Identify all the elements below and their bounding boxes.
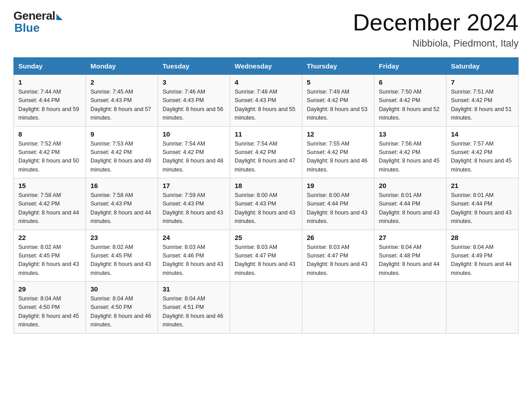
calendar-cell: 1Sunrise: 7:44 AMSunset: 4:44 PMDaylight… — [14, 75, 86, 127]
day-number: 23 — [90, 234, 153, 241]
day-info: Sunrise: 8:01 AMSunset: 4:44 PMDaylight:… — [379, 191, 442, 226]
header-wednesday: Wednesday — [230, 58, 302, 75]
day-number: 14 — [451, 130, 514, 138]
calendar-cell: 31Sunrise: 8:04 AMSunset: 4:51 PMDayligh… — [158, 282, 230, 334]
day-info: Sunrise: 8:03 AMSunset: 4:46 PMDaylight:… — [163, 243, 225, 278]
calendar-cell: 12Sunrise: 7:55 AMSunset: 4:42 PMDayligh… — [302, 126, 374, 178]
calendar-cell: 16Sunrise: 7:58 AMSunset: 4:43 PMDayligh… — [86, 178, 158, 230]
calendar-cell: 9Sunrise: 7:53 AMSunset: 4:42 PMDaylight… — [86, 126, 158, 178]
day-info: Sunrise: 8:04 AMSunset: 4:50 PMDaylight:… — [18, 295, 81, 330]
calendar-cell — [446, 282, 519, 334]
day-info: Sunrise: 7:51 AMSunset: 4:42 PMDaylight:… — [451, 88, 514, 123]
title-block: December 2024 Nibbiola, Piedmont, Italy — [353, 9, 519, 49]
calendar-cell: 24Sunrise: 8:03 AMSunset: 4:46 PMDayligh… — [158, 230, 230, 282]
calendar-cell: 28Sunrise: 8:04 AMSunset: 4:49 PMDayligh… — [446, 230, 519, 282]
day-info: Sunrise: 8:03 AMSunset: 4:47 PMDaylight:… — [235, 243, 297, 278]
calendar-cell: 21Sunrise: 8:01 AMSunset: 4:44 PMDayligh… — [446, 178, 519, 230]
day-info: Sunrise: 8:00 AMSunset: 4:43 PMDaylight:… — [235, 191, 297, 226]
day-number: 30 — [90, 285, 153, 293]
calendar-body: 1Sunrise: 7:44 AMSunset: 4:44 PMDaylight… — [14, 75, 519, 334]
calendar-table: SundayMondayTuesdayWednesdayThursdayFrid… — [13, 57, 519, 334]
calendar-cell: 23Sunrise: 8:02 AMSunset: 4:45 PMDayligh… — [86, 230, 158, 282]
day-number: 6 — [379, 78, 442, 86]
day-number: 22 — [18, 234, 81, 241]
day-number: 4 — [235, 78, 297, 86]
header-tuesday: Tuesday — [158, 58, 230, 75]
logo-blue-text: Blue — [14, 21, 39, 35]
page-location: Nibbiola, Piedmont, Italy — [353, 38, 519, 49]
day-number: 26 — [307, 234, 369, 241]
calendar-cell: 2Sunrise: 7:45 AMSunset: 4:43 PMDaylight… — [86, 75, 158, 127]
day-number: 13 — [379, 130, 442, 138]
day-number: 1 — [18, 78, 81, 86]
calendar-header: SundayMondayTuesdayWednesdayThursdayFrid… — [14, 58, 519, 75]
week-row-1: 1Sunrise: 7:44 AMSunset: 4:44 PMDaylight… — [14, 75, 519, 127]
header-row: SundayMondayTuesdayWednesdayThursdayFrid… — [14, 58, 519, 75]
calendar-cell: 11Sunrise: 7:54 AMSunset: 4:42 PMDayligh… — [230, 126, 302, 178]
calendar-cell: 19Sunrise: 8:00 AMSunset: 4:44 PMDayligh… — [302, 178, 374, 230]
header-sunday: Sunday — [14, 58, 86, 75]
calendar-cell: 7Sunrise: 7:51 AMSunset: 4:42 PMDaylight… — [446, 75, 519, 127]
calendar-cell: 17Sunrise: 7:59 AMSunset: 4:43 PMDayligh… — [158, 178, 230, 230]
day-info: Sunrise: 7:58 AMSunset: 4:42 PMDaylight:… — [18, 191, 81, 226]
day-number: 12 — [307, 130, 369, 138]
calendar-cell — [302, 282, 374, 334]
calendar-cell: 14Sunrise: 7:57 AMSunset: 4:42 PMDayligh… — [446, 126, 519, 178]
day-info: Sunrise: 7:46 AMSunset: 4:43 PMDaylight:… — [163, 88, 225, 123]
day-info: Sunrise: 7:55 AMSunset: 4:42 PMDaylight:… — [307, 140, 369, 175]
calendar-cell: 10Sunrise: 7:54 AMSunset: 4:42 PMDayligh… — [158, 126, 230, 178]
day-number: 5 — [307, 78, 369, 86]
day-info: Sunrise: 8:03 AMSunset: 4:47 PMDaylight:… — [307, 243, 369, 278]
day-number: 27 — [379, 234, 442, 241]
day-number: 3 — [163, 78, 225, 86]
day-number: 9 — [90, 130, 153, 138]
day-info: Sunrise: 7:54 AMSunset: 4:42 PMDaylight:… — [163, 140, 225, 175]
day-number: 16 — [90, 182, 153, 189]
header-monday: Monday — [86, 58, 158, 75]
calendar-cell — [230, 282, 302, 334]
header-saturday: Saturday — [446, 58, 519, 75]
day-info: Sunrise: 7:50 AMSunset: 4:42 PMDaylight:… — [379, 88, 442, 123]
calendar-cell: 8Sunrise: 7:52 AMSunset: 4:42 PMDaylight… — [14, 126, 86, 178]
day-number: 18 — [235, 182, 297, 189]
calendar-cell: 13Sunrise: 7:56 AMSunset: 4:42 PMDayligh… — [374, 126, 446, 178]
day-number: 7 — [451, 78, 514, 86]
day-number: 19 — [307, 182, 369, 189]
day-number: 25 — [235, 234, 297, 241]
day-info: Sunrise: 7:57 AMSunset: 4:42 PMDaylight:… — [451, 140, 514, 175]
calendar-cell: 26Sunrise: 8:03 AMSunset: 4:47 PMDayligh… — [302, 230, 374, 282]
day-number: 11 — [235, 130, 297, 138]
logo: General Blue — [13, 9, 63, 35]
header-thursday: Thursday — [302, 58, 374, 75]
calendar-cell: 15Sunrise: 7:58 AMSunset: 4:42 PMDayligh… — [14, 178, 86, 230]
week-row-4: 22Sunrise: 8:02 AMSunset: 4:45 PMDayligh… — [14, 230, 519, 282]
day-info: Sunrise: 7:56 AMSunset: 4:42 PMDaylight:… — [379, 140, 442, 175]
day-info: Sunrise: 7:48 AMSunset: 4:43 PMDaylight:… — [235, 88, 297, 123]
calendar-cell: 29Sunrise: 8:04 AMSunset: 4:50 PMDayligh… — [14, 282, 86, 334]
calendar-cell: 30Sunrise: 8:04 AMSunset: 4:50 PMDayligh… — [86, 282, 158, 334]
calendar-cell: 22Sunrise: 8:02 AMSunset: 4:45 PMDayligh… — [14, 230, 86, 282]
day-number: 24 — [163, 234, 225, 241]
day-number: 28 — [451, 234, 514, 241]
day-info: Sunrise: 8:04 AMSunset: 4:48 PMDaylight:… — [379, 243, 442, 278]
calendar-cell: 5Sunrise: 7:49 AMSunset: 4:42 PMDaylight… — [302, 75, 374, 127]
week-row-2: 8Sunrise: 7:52 AMSunset: 4:42 PMDaylight… — [14, 126, 519, 178]
day-info: Sunrise: 8:02 AMSunset: 4:45 PMDaylight:… — [18, 243, 81, 278]
calendar-cell: 3Sunrise: 7:46 AMSunset: 4:43 PMDaylight… — [158, 75, 230, 127]
week-row-5: 29Sunrise: 8:04 AMSunset: 4:50 PMDayligh… — [14, 282, 519, 334]
day-info: Sunrise: 8:00 AMSunset: 4:44 PMDaylight:… — [307, 191, 369, 226]
day-info: Sunrise: 7:44 AMSunset: 4:44 PMDaylight:… — [18, 88, 81, 123]
page-title: December 2024 — [353, 9, 519, 36]
day-number: 31 — [163, 285, 225, 293]
day-info: Sunrise: 7:58 AMSunset: 4:43 PMDaylight:… — [90, 191, 153, 226]
day-number: 17 — [163, 182, 225, 189]
day-info: Sunrise: 8:04 AMSunset: 4:50 PMDaylight:… — [90, 295, 153, 330]
day-info: Sunrise: 7:59 AMSunset: 4:43 PMDaylight:… — [163, 191, 225, 226]
day-info: Sunrise: 7:49 AMSunset: 4:42 PMDaylight:… — [307, 88, 369, 123]
day-number: 20 — [379, 182, 442, 189]
calendar-cell: 27Sunrise: 8:04 AMSunset: 4:48 PMDayligh… — [374, 230, 446, 282]
day-info: Sunrise: 7:52 AMSunset: 4:42 PMDaylight:… — [18, 140, 81, 175]
calendar-cell: 6Sunrise: 7:50 AMSunset: 4:42 PMDaylight… — [374, 75, 446, 127]
calendar-cell: 25Sunrise: 8:03 AMSunset: 4:47 PMDayligh… — [230, 230, 302, 282]
day-info: Sunrise: 8:02 AMSunset: 4:45 PMDaylight:… — [90, 243, 153, 278]
